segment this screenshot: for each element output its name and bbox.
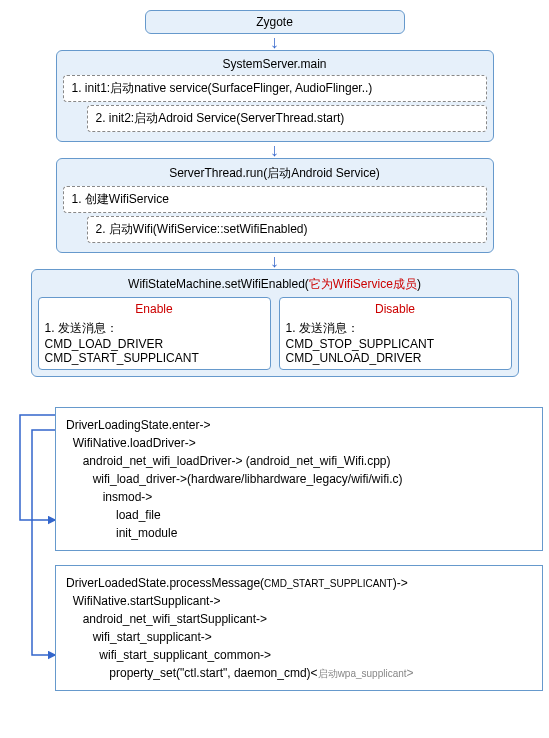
- arrow-1: ↓: [10, 36, 539, 48]
- enable-title: Enable: [45, 302, 264, 316]
- system-server-line2: 2. init2:启动Adroid Service(ServerThread.s…: [87, 105, 487, 132]
- arrow-3: ↓: [10, 255, 539, 267]
- wsm-title-red: 它为WifiService成员: [309, 277, 417, 291]
- enable-line2: CMD_LOAD_DRIVER: [45, 337, 264, 351]
- dl-l3: android_net_wifi_loadDriver-> (android_n…: [66, 454, 391, 468]
- dl-l1: DriverLoadingState.enter->: [66, 418, 210, 432]
- wsm-title-suffix: ): [417, 277, 421, 291]
- dd-l1c: )->: [393, 576, 408, 590]
- server-thread-box: ServerThread.run(启动Android Service) 1. 创…: [56, 158, 494, 253]
- disable-line3: CMD_UNLOAD_DRIVER: [286, 351, 505, 365]
- dl-l6: load_file: [66, 508, 161, 522]
- dl-l4: wifi_load_driver->(hardware/libhardware_…: [66, 472, 402, 486]
- dl-l5: insmod->: [66, 490, 152, 504]
- dd-l6a: property_set("ctl.start", daemon_cmd)<: [66, 666, 318, 680]
- wsm-title-prefix: WifiStateMachine.setWifiEnabled(: [128, 277, 309, 291]
- dd-l3: android_net_wifi_startSupplicant->: [66, 612, 267, 626]
- dl-l2: WifiNative.loadDriver->: [66, 436, 196, 450]
- driver-loaded-box: DriverLoadedState.processMessage(CMD_STA…: [55, 565, 543, 691]
- dd-l6c: >: [407, 666, 414, 680]
- enable-column: Enable 1. 发送消息： CMD_LOAD_DRIVER CMD_STAR…: [38, 297, 271, 370]
- dd-l2: WifiNative.startSupplicant->: [66, 594, 220, 608]
- disable-line1: 1. 发送消息：: [286, 320, 505, 337]
- dd-l1b: CMD_START_SUPPLICANT: [264, 578, 393, 589]
- wifi-state-machine-box: WifiStateMachine.setWifiEnabled(它为WifiSe…: [31, 269, 519, 377]
- server-thread-title: ServerThread.run(启动Android Service): [63, 165, 487, 182]
- dd-l6b: 启动wpa_supplicant: [318, 668, 407, 679]
- dd-l1a: DriverLoadedState.processMessage(: [66, 576, 264, 590]
- system-server-box: SystemServer.main 1. init1:启动native serv…: [56, 50, 494, 142]
- dl-l7: init_module: [66, 526, 177, 540]
- driver-loading-box: DriverLoadingState.enter-> WifiNative.lo…: [55, 407, 543, 551]
- system-server-title: SystemServer.main: [63, 57, 487, 71]
- dd-l5: wifi_start_supplicant_common->: [66, 648, 271, 662]
- system-server-line1: 1. init1:启动native service(SurfaceFlinger…: [63, 75, 487, 102]
- disable-column: Disable 1. 发送消息： CMD_STOP_SUPPLICANT CMD…: [279, 297, 512, 370]
- disable-title: Disable: [286, 302, 505, 316]
- disable-line2: CMD_STOP_SUPPLICANT: [286, 337, 505, 351]
- zygote-box: Zygote: [145, 10, 405, 34]
- zygote-label: Zygote: [256, 15, 293, 29]
- server-thread-line2: 2. 启动Wifi(WifiService::setWifiEnabled): [87, 216, 487, 243]
- server-thread-line1: 1. 创建WifiService: [63, 186, 487, 213]
- wifi-state-machine-title: WifiStateMachine.setWifiEnabled(它为WifiSe…: [38, 276, 512, 293]
- dd-l4: wifi_start_supplicant->: [66, 630, 212, 644]
- enable-line1: 1. 发送消息：: [45, 320, 264, 337]
- arrow-2: ↓: [10, 144, 539, 156]
- enable-line3: CMD_START_SUPPLICANT: [45, 351, 264, 365]
